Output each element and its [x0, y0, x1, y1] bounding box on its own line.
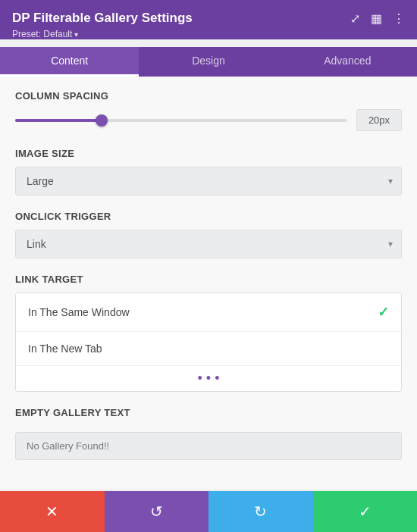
column-spacing-label: Column Spacing — [15, 90, 402, 102]
redo-button[interactable]: ↻ — [208, 491, 313, 532]
slider-track — [15, 119, 347, 122]
expand-icon[interactable]: ⤢ — [350, 11, 360, 26]
link-target-group: Link Target In The Same Window ✓ In The … — [15, 274, 402, 392]
tab-advanced[interactable]: Advanced — [278, 47, 417, 77]
undo-button[interactable]: ↺ — [105, 491, 209, 532]
confirm-button[interactable]: ✓ — [313, 491, 418, 532]
tab-content[interactable]: Content — [0, 47, 139, 77]
link-option-more[interactable]: • • • — [16, 365, 401, 391]
image-size-label: Image Size — [15, 148, 402, 159]
empty-gallery-input[interactable] — [15, 432, 402, 460]
tab-bar: Content Design Advanced — [0, 47, 417, 77]
spacing-row: 20px — [15, 109, 402, 131]
image-size-select[interactable]: Large Thumbnail Medium Full — [15, 167, 402, 196]
more-dots-icon: • • • — [198, 371, 220, 386]
link-option-same-window-label: In The Same Window — [28, 306, 130, 318]
onclick-trigger-group: OnClick Trigger Link None Lightbox ▾ — [15, 211, 402, 258]
link-target-box: In The Same Window ✓ In The New Tab • • … — [15, 293, 402, 392]
image-size-group: Image Size Large Thumbnail Medium Full ▾ — [15, 148, 402, 196]
slider-fill — [15, 119, 102, 122]
image-size-select-wrapper: Large Thumbnail Medium Full ▾ — [15, 167, 402, 196]
onclick-trigger-label: OnClick Trigger — [15, 211, 402, 222]
tab-design[interactable]: Design — [139, 47, 277, 77]
onclick-trigger-select[interactable]: Link None Lightbox — [15, 230, 402, 258]
header: DP Filterable Gallery Settings ⤢ ▦ ⋮ Pre… — [0, 0, 417, 39]
more-icon[interactable]: ⋮ — [393, 11, 405, 26]
column-spacing-slider[interactable] — [15, 113, 347, 128]
cancel-button[interactable]: ✕ — [0, 491, 105, 532]
check-icon: ✓ — [378, 304, 389, 321]
slider-thumb[interactable] — [96, 114, 108, 127]
header-title: DP Filterable Gallery Settings — [12, 11, 193, 26]
empty-gallery-label: Empty gallery text — [15, 407, 402, 418]
preset-label[interactable]: Preset: Default — [12, 29, 405, 39]
spacing-value: 20px — [356, 109, 402, 131]
empty-gallery-group: Empty gallery text — [15, 407, 402, 460]
bottom-toolbar: ✕ ↺ ↻ ✓ — [0, 491, 417, 532]
column-spacing-group: Column Spacing 20px — [15, 90, 402, 131]
link-target-label: Link Target — [15, 274, 402, 285]
link-option-new-tab-label: In The New Tab — [28, 343, 102, 355]
header-icons: ⤢ ▦ ⋮ — [350, 11, 405, 26]
link-option-same-window[interactable]: In The Same Window ✓ — [16, 293, 401, 331]
link-option-new-tab[interactable]: In The New Tab — [16, 331, 401, 365]
onclick-trigger-select-wrapper: Link None Lightbox ▾ — [15, 230, 402, 258]
grid-icon[interactable]: ▦ — [371, 11, 382, 26]
main-content: Column Spacing 20px Image Size Large Thu… — [0, 77, 417, 489]
